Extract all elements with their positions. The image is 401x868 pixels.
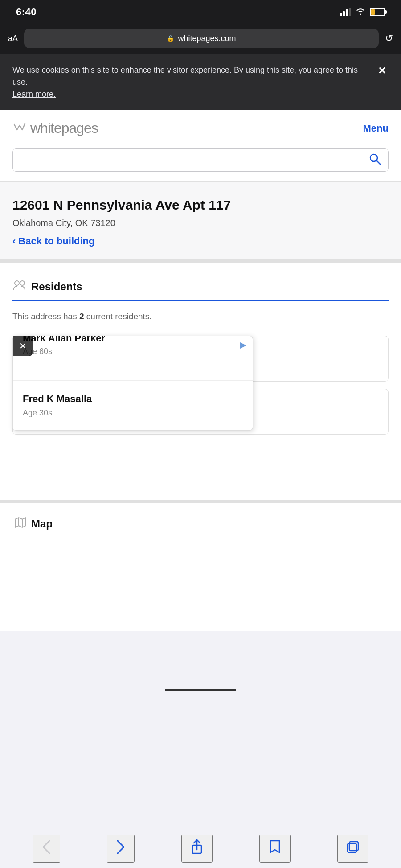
address-bar[interactable]: 🔒 whitepages.com xyxy=(24,29,379,48)
learn-more-link[interactable]: Learn more. xyxy=(12,90,56,99)
address-main: 12601 N Pennsylvania Ave Apt 117 xyxy=(12,196,389,214)
status-time: 6:40 xyxy=(16,6,37,18)
site-header: whitepages Menu xyxy=(0,110,401,144)
status-icons xyxy=(340,7,385,17)
svg-marker-4 xyxy=(240,342,246,349)
cookie-message: We use cookies on this site to enhance t… xyxy=(12,66,358,86)
logo-text: whitepages xyxy=(30,120,98,136)
home-indicator xyxy=(0,683,401,697)
ad-resident-2-name: Fred K Masalla xyxy=(23,393,243,405)
signal-icon xyxy=(340,8,351,16)
home-indicator-bar xyxy=(165,689,236,691)
svg-point-2 xyxy=(15,281,19,285)
back-chevron-icon: ‹ xyxy=(12,235,16,247)
ad-close-button[interactable]: ✕ xyxy=(13,336,33,356)
map-section-title: Map xyxy=(12,516,389,532)
residents-desc-suffix: current residents. xyxy=(84,312,152,321)
browser-bar: aA 🔒 whitepages.com ↺ xyxy=(0,24,401,54)
ad-resident-2-age: Age 30s xyxy=(23,408,243,418)
address-sub: Oklahoma City, OK 73120 xyxy=(12,218,389,228)
map-icon xyxy=(12,516,26,532)
ad-resident-2-card[interactable]: Fred K Masalla Age 30s xyxy=(13,381,253,430)
back-link-label: Back to building xyxy=(18,235,94,247)
text-size-control[interactable]: aA xyxy=(8,34,18,43)
search-icon[interactable] xyxy=(368,152,381,168)
search-bar[interactable] xyxy=(12,148,389,172)
ad-resident-1-name: Mark Allan Parker xyxy=(23,336,243,344)
cookie-close-button[interactable]: ✕ xyxy=(375,64,389,78)
refresh-icon[interactable]: ↺ xyxy=(385,33,393,44)
map-title-text: Map xyxy=(31,518,53,530)
whitepages-logo[interactable]: whitepages xyxy=(12,120,98,136)
search-input[interactable] xyxy=(20,156,368,165)
svg-point-3 xyxy=(20,281,25,285)
residents-desc-prefix: This address has xyxy=(12,312,79,321)
svg-line-1 xyxy=(376,160,380,164)
safari-forward-button[interactable] xyxy=(107,835,135,863)
safari-share-button[interactable] xyxy=(181,835,213,863)
map-section: Map xyxy=(0,500,401,542)
residents-icon xyxy=(12,279,26,294)
status-bar: 6:40 xyxy=(0,0,401,24)
address-section: 12601 N Pennsylvania Ave Apt 117 Oklahom… xyxy=(0,182,401,263)
ad-resident-1-age: Age 60s xyxy=(23,347,243,356)
battery-icon xyxy=(370,8,385,16)
cookie-banner: We use cookies on this site to enhance t… xyxy=(0,54,401,110)
menu-button[interactable]: Menu xyxy=(363,123,389,134)
ad-close-icon: ✕ xyxy=(19,341,27,351)
residents-section: Residents This address has 2 current res… xyxy=(0,263,401,500)
residents-section-title: Residents xyxy=(12,279,389,301)
residents-count: 2 xyxy=(79,312,84,321)
browser-url: whitepages.com xyxy=(178,34,236,43)
back-to-building-link[interactable]: ‹ Back to building xyxy=(12,235,389,247)
residents-description: This address has 2 current residents. xyxy=(12,310,389,323)
logo-checkmark-icon xyxy=(12,121,28,136)
wifi-icon xyxy=(356,7,365,17)
residents-title-text: Residents xyxy=(31,280,82,293)
ad-badge-1 xyxy=(240,342,246,349)
ad-overlay-card: ✕ Mark Allan Parker Age 60s Fred K Masal… xyxy=(12,336,253,431)
safari-back-button[interactable] xyxy=(33,835,60,863)
ad-resident-1-card[interactable]: Mark Allan Parker Age 60s xyxy=(13,336,253,381)
safari-bookmarks-button[interactable] xyxy=(259,835,291,863)
residents-cards-wrapper: Mark Allan Parker Age 60s Fred K Masalla… xyxy=(12,336,389,487)
page-body xyxy=(0,542,401,631)
cookie-text: We use cookies on this site to enhance t… xyxy=(12,64,368,100)
lock-icon: 🔒 xyxy=(167,35,174,42)
search-bar-container xyxy=(0,144,401,182)
safari-tabs-button[interactable] xyxy=(337,835,368,863)
safari-bottom-bar xyxy=(0,829,401,868)
bottom-spacer xyxy=(0,631,401,683)
